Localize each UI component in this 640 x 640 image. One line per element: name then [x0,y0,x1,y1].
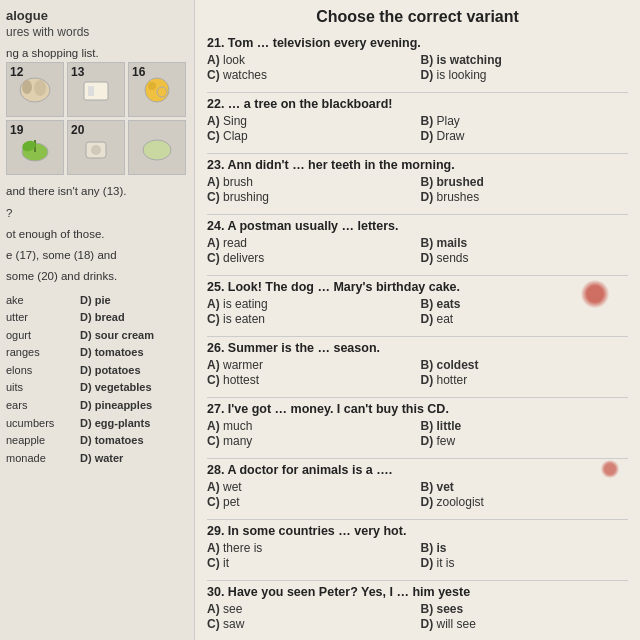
options-grid: A) brushB) brushedC) brushingD) brushes [207,175,628,204]
list-answer: D) vegetables [80,379,152,397]
option: C) delivers [207,251,415,265]
question-text: 26. Summer is the … season. [207,341,628,355]
option-text: few [437,434,456,448]
option: A) wet [207,480,415,494]
option-text: it [223,556,229,570]
list-answer: D) pie [80,292,111,310]
svg-point-7 [157,87,167,97]
question-block: 22. … a tree on the blackboard!A) SingB)… [207,97,628,143]
list-word: ears [6,397,76,415]
option-text: zoologist [437,495,484,509]
option-label: A) [207,358,220,372]
option-label: A) [207,236,220,250]
list-answer: D) potatoes [80,362,141,380]
options-grid: A) there isB) isC) itD) it is [207,541,628,570]
option-label: B) [421,419,434,433]
option-label: D) [421,251,434,265]
option: D) sends [421,251,629,265]
option: B) vet [421,480,629,494]
option-text: will see [437,617,476,631]
option-text: there is [223,541,262,555]
option: B) sees [421,602,629,616]
option-text: sees [437,602,464,616]
cell-number: 20 [71,123,84,137]
options-grid: A) is eatingB) eatsC) is eatenD) eat [207,297,628,326]
question-block: 26. Summer is the … season.A) warmerB) c… [207,341,628,387]
question-divider [207,214,628,215]
question-text: 24. A postman usually … letters. [207,219,628,233]
option-label: B) [421,358,434,372]
question-block: 23. Ann didn't … her teeth in the mornin… [207,158,628,204]
option: B) little [421,419,629,433]
option: A) there is [207,541,415,555]
option: C) saw [207,617,415,631]
questions-container: 21. Tom … television every evening.A) lo… [207,36,628,631]
option: B) is [421,541,629,555]
option: B) mails [421,236,629,250]
option: B) is watching [421,53,629,67]
option-label: B) [421,297,434,311]
list-item: ucumbersD) egg-plants [6,415,188,433]
option-text: wet [223,480,242,494]
grid-cell-12: 12 [6,62,64,117]
cell-number: 16 [132,65,145,79]
bottom-text1: and there isn't any (13). [6,183,188,200]
option: C) watches [207,68,415,82]
option: D) brushes [421,190,629,204]
question-block: 29. In some countries … very hot.A) ther… [207,524,628,570]
question-block: 25. Look! The dog … Mary's birthday cake… [207,280,628,326]
options-grid: A) muchB) littleC) manyD) few [207,419,628,448]
list-word: ake [6,292,76,310]
bottom-text5: some (20) and drinks. [6,268,188,285]
list-word: ogurt [6,327,76,345]
question-divider [207,275,628,276]
option: D) will see [421,617,629,631]
option-label: A) [207,419,220,433]
question-block: 21. Tom … television every evening.A) lo… [207,36,628,82]
option-label: D) [421,373,434,387]
option-label: D) [421,312,434,326]
option-label: C) [207,434,220,448]
option-text: is watching [437,53,502,67]
option-label: B) [421,480,434,494]
option-label: C) [207,129,220,143]
option-text: pet [223,495,240,509]
option-text: is looking [437,68,487,82]
options-grid: A) seeB) seesC) sawD) will see [207,602,628,631]
option-text: see [223,602,242,616]
option-label: C) [207,312,220,326]
option: C) many [207,434,415,448]
list-answer: D) tomatoes [80,432,144,450]
question-block: 24. A postman usually … letters.A) readB… [207,219,628,265]
option-text: vet [437,480,454,494]
option-label: A) [207,602,220,616]
option-text: brushed [437,175,484,189]
option-text: sends [437,251,469,265]
option-label: C) [207,251,220,265]
option-text: mails [437,236,468,250]
option-label: C) [207,495,220,509]
option-text: warmer [223,358,263,372]
option-text: Clap [223,129,248,143]
question-block: 27. I've got … money. I can't buy this C… [207,402,628,448]
list-word: elons [6,362,76,380]
option: C) Clap [207,129,415,143]
option-text: hotter [437,373,468,387]
list-item: monadeD) water [6,450,188,468]
option-label: D) [421,556,434,570]
option-text: read [223,236,247,250]
option: D) zoologist [421,495,629,509]
option: A) see [207,602,415,616]
option-label: D) [421,129,434,143]
question-text: 21. Tom … television every evening. [207,36,628,50]
question-divider [207,397,628,398]
option-text: Draw [437,129,465,143]
option-label: D) [421,495,434,509]
option: A) warmer [207,358,415,372]
option: A) much [207,419,415,433]
options-grid: A) SingB) PlayC) ClapD) Draw [207,114,628,143]
question-block: 28. A doctor for animals is a ….A) wetB)… [207,463,628,509]
list-answer: D) sour cream [80,327,154,345]
question-divider [207,336,628,337]
list-item: akeD) pie [6,292,188,310]
